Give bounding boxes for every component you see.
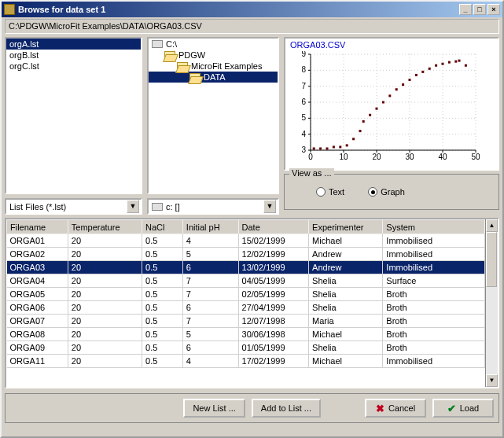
view-as-graph-radio[interactable]: Graph <box>368 187 405 197</box>
add-to-list-button[interactable]: Add to List ... <box>252 399 321 418</box>
close-button[interactable]: × <box>487 4 500 15</box>
svg-text:5: 5 <box>301 113 306 122</box>
column-header[interactable]: Temperature <box>68 220 142 234</box>
data-table[interactable]: FilenameTemperatureNaClInitial pHDateExp… <box>5 218 499 388</box>
table-cell: Broth <box>383 301 485 315</box>
table-cell: ORGA06 <box>7 301 68 315</box>
lst-item[interactable]: orgA.lst <box>6 39 141 50</box>
lst-file-list[interactable]: orgA.lstorgB.lstorgC.lst <box>5 37 142 194</box>
table-row[interactable]: ORGA01200.5415/02/1999MichaelImmobilised <box>7 234 485 248</box>
table-cell: 4 <box>182 355 238 368</box>
column-header[interactable]: Experimenter <box>309 220 383 234</box>
lst-item[interactable]: orgB.lst <box>6 50 141 61</box>
tree-item[interactable]: C:\ <box>149 39 278 50</box>
table-cell: 0.5 <box>142 234 183 248</box>
svg-rect-42 <box>319 147 322 149</box>
table-cell: ORGA11 <box>7 355 68 368</box>
table-cell: 17/02/1999 <box>238 355 309 368</box>
svg-rect-64 <box>458 60 461 62</box>
cancel-button[interactable]: ✖ Cancel <box>365 399 426 418</box>
chevron-down-icon[interactable]: ▼ <box>263 200 276 213</box>
svg-text:0: 0 <box>308 153 313 161</box>
table-cell: 0.5 <box>142 248 183 261</box>
table-row[interactable]: ORGA02200.5512/02/1999AndrewImmobilised <box>7 248 485 261</box>
column-header[interactable]: Date <box>238 220 309 234</box>
tree-item-label: C:\ <box>166 39 177 49</box>
path-display: C:\PDGW\MicroFit Examples\DATA\ORGA03.CS… <box>5 19 499 34</box>
tree-item[interactable]: PDGW <box>149 50 278 61</box>
table-cell: 30/06/1998 <box>238 328 309 341</box>
cancel-icon: ✖ <box>376 403 384 414</box>
minimize-button[interactable]: _ <box>459 4 472 15</box>
svg-rect-50 <box>369 114 371 116</box>
scroll-down-button[interactable]: ▼ <box>486 374 498 387</box>
view-as-legend: View as ... <box>289 168 334 178</box>
maximize-button[interactable]: □ <box>473 4 486 15</box>
svg-text:50: 50 <box>471 153 480 161</box>
file-filter-dropdown[interactable]: List Files (*.lst) ▼ <box>5 198 142 215</box>
svg-text:3: 3 <box>301 145 306 154</box>
table-cell: Andrew <box>309 261 383 274</box>
table-cell: 0.5 <box>142 315 183 328</box>
load-button[interactable]: ✔ Load <box>432 399 494 418</box>
svg-rect-51 <box>376 108 378 110</box>
new-list-button[interactable]: New List ... <box>183 399 245 418</box>
drive-icon <box>152 203 163 211</box>
svg-rect-55 <box>402 83 404 86</box>
app-icon <box>4 4 15 15</box>
table-cell: ORGA04 <box>7 274 68 288</box>
table-row[interactable]: ORGA07200.5712/07/1998MariaBroth <box>7 315 485 328</box>
table-cell: Maria <box>309 315 383 328</box>
table-scrollbar[interactable]: ▲ ▼ <box>485 219 498 387</box>
svg-rect-53 <box>388 94 391 97</box>
svg-text:8: 8 <box>301 65 306 74</box>
table-row[interactable]: ORGA03200.5613/02/1999AndrewImmobilised <box>7 261 485 274</box>
scroll-thumb[interactable] <box>486 232 497 287</box>
table-cell: 20 <box>68 301 142 315</box>
table-cell: 7 <box>182 315 238 328</box>
table-cell: ORGA02 <box>7 248 68 261</box>
folder-icon <box>189 73 200 82</box>
table-cell: 0.5 <box>142 328 183 341</box>
table-cell: 0.5 <box>142 274 183 288</box>
view-as-text-label: Text <box>329 187 344 197</box>
svg-rect-57 <box>415 74 418 76</box>
lst-item[interactable]: orgC.lst <box>6 61 141 72</box>
column-header[interactable]: Initial pH <box>182 220 238 234</box>
table-cell: 04/05/1999 <box>238 274 309 288</box>
svg-rect-56 <box>409 79 411 81</box>
svg-rect-49 <box>362 120 365 123</box>
table-cell: 5 <box>182 328 238 341</box>
table-row[interactable]: ORGA04200.5704/05/1999SheliaSurface <box>7 274 485 288</box>
table-cell: 15/02/1999 <box>238 234 309 248</box>
table-cell: 6 <box>182 261 238 274</box>
drive-dropdown[interactable]: c: [] ▼ <box>147 198 279 215</box>
table-row[interactable]: ORGA06200.5627/04/1999SheliaBroth <box>7 301 485 315</box>
table-row[interactable]: ORGA08200.5530/06/1998MichaelBroth <box>7 328 485 341</box>
view-as-text-radio[interactable]: Text <box>316 187 344 197</box>
table-cell: 7 <box>182 288 238 301</box>
svg-text:9: 9 <box>301 51 306 58</box>
column-header[interactable]: Filename <box>7 220 68 234</box>
svg-rect-48 <box>359 130 362 132</box>
table-cell: 4 <box>182 234 238 248</box>
chevron-down-icon[interactable]: ▼ <box>127 200 139 213</box>
titlebar: Browse for data set 1 _ □ × <box>2 2 502 17</box>
column-header[interactable]: System <box>383 220 485 234</box>
svg-rect-46 <box>346 144 348 146</box>
table-cell: 20 <box>68 274 142 288</box>
table-row[interactable]: ORGA09200.5601/05/1999SheliaBroth <box>7 341 485 355</box>
table-cell: 20 <box>68 288 142 301</box>
column-header[interactable]: NaCl <box>142 220 183 234</box>
table-cell: 20 <box>68 261 142 274</box>
svg-rect-45 <box>339 145 341 148</box>
svg-rect-60 <box>435 64 437 67</box>
scroll-up-button[interactable]: ▲ <box>486 219 498 232</box>
folder-tree[interactable]: C:\PDGWMicroFit ExamplesDATA <box>147 37 279 194</box>
tree-item[interactable]: DATA <box>149 72 278 83</box>
tree-item[interactable]: MicroFit Examples <box>149 61 278 72</box>
table-cell: Broth <box>383 341 485 355</box>
table-cell: 7 <box>182 274 238 288</box>
table-row[interactable]: ORGA05200.5702/05/1999SheliaBroth <box>7 288 485 301</box>
table-row[interactable]: ORGA11200.5417/02/1999MichaelImmobilised <box>7 355 485 368</box>
